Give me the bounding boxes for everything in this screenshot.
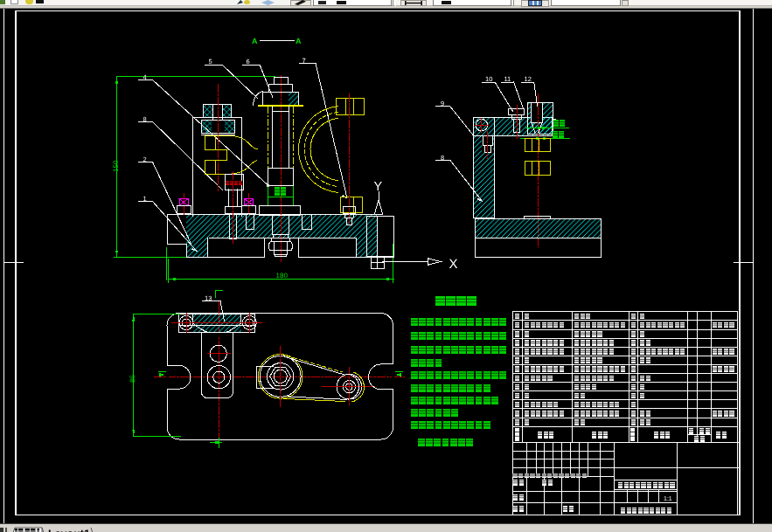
svg-text:180: 180: [276, 272, 289, 280]
svg-text:1:1: 1:1: [664, 496, 672, 502]
svg-text:A: A: [296, 37, 302, 45]
svg-text:Layout1: Layout1: [48, 528, 90, 532]
svg-text:A: A: [252, 37, 258, 45]
svg-text:150: 150: [112, 160, 120, 172]
svg-text:85: 85: [129, 375, 136, 383]
svg-text:X: X: [449, 257, 458, 272]
